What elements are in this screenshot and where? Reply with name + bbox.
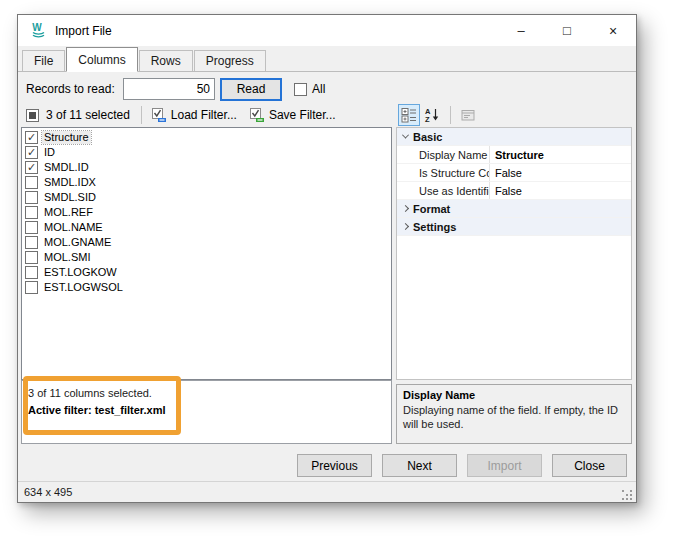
property-value[interactable]: False bbox=[489, 182, 631, 199]
column-label: MOL.REF bbox=[42, 206, 95, 219]
column-label: MOL.GNAME bbox=[42, 236, 113, 249]
import-button[interactable]: Import bbox=[467, 454, 542, 477]
import-file-dialog: W Import File – □ × File Columns Rows Pr… bbox=[17, 14, 637, 503]
property-label: Is Structure Colu bbox=[413, 167, 489, 179]
close-button[interactable]: Close bbox=[552, 454, 627, 477]
next-button[interactable]: Next bbox=[382, 454, 457, 477]
chevron-right-icon[interactable] bbox=[397, 224, 413, 229]
window-controls: – □ × bbox=[498, 15, 636, 46]
columns-selected-text: 3 of 11 columns selected. bbox=[28, 387, 385, 399]
column-label: SMDL.IDX bbox=[42, 176, 98, 189]
category-row-settings[interactable]: Settings bbox=[397, 218, 631, 236]
category-label: Format bbox=[413, 203, 450, 215]
property-value[interactable]: Structure bbox=[489, 146, 631, 163]
load-filter-icon bbox=[151, 107, 167, 123]
column-checkbox[interactable] bbox=[25, 221, 38, 234]
records-to-read-label: Records to read: bbox=[26, 82, 123, 96]
column-checkbox[interactable] bbox=[25, 281, 38, 294]
property-row-use-as-identifier[interactable]: Use as Identifier False bbox=[397, 182, 631, 200]
column-label: SMDL.ID bbox=[42, 161, 91, 174]
description-text: Displaying name of the field. If empty, … bbox=[403, 403, 625, 431]
categorized-icon bbox=[401, 107, 417, 123]
category-label: Basic bbox=[413, 131, 442, 143]
column-row[interactable]: ✓SMDL.ID bbox=[25, 160, 391, 175]
column-label: EST.LOGWSOL bbox=[42, 281, 125, 294]
titlebar: W Import File – □ × bbox=[18, 15, 636, 46]
categorized-view-button[interactable] bbox=[398, 104, 420, 126]
previous-button[interactable]: Previous bbox=[297, 454, 372, 477]
toolbar-separator bbox=[141, 106, 142, 124]
property-row-display-name[interactable]: Display Name Structure bbox=[397, 146, 631, 164]
chevron-right-icon[interactable] bbox=[397, 206, 413, 211]
save-filter-label: Save Filter... bbox=[269, 108, 336, 122]
window-title: Import File bbox=[55, 24, 112, 38]
column-row[interactable]: SMDL.IDX bbox=[25, 175, 391, 190]
column-checkbox[interactable] bbox=[25, 236, 38, 249]
column-label: SMDL.SID bbox=[42, 191, 98, 204]
property-grid-toolbar: A Z bbox=[398, 103, 480, 127]
column-checkbox[interactable] bbox=[25, 191, 38, 204]
column-checkbox[interactable]: ✓ bbox=[25, 161, 38, 174]
column-row[interactable]: MOL.NAME bbox=[25, 220, 391, 235]
column-checkbox[interactable] bbox=[25, 176, 38, 189]
maximize-button[interactable]: □ bbox=[544, 15, 590, 46]
size-indicator: 634 x 495 bbox=[24, 486, 72, 498]
column-checkbox[interactable]: ✓ bbox=[25, 131, 38, 144]
save-filter-button[interactable]: Save Filter... bbox=[249, 107, 336, 123]
category-row-basic[interactable]: Basic bbox=[397, 128, 631, 146]
property-grid: Basic Display Name Structure Is Structur… bbox=[396, 127, 632, 380]
filter-toolbar: 3 of 11 selected Load Filter... Save Fil… bbox=[26, 104, 348, 126]
column-label: EST.LOGKOW bbox=[42, 266, 119, 279]
save-filter-icon bbox=[249, 107, 265, 123]
tab-rows[interactable]: Rows bbox=[139, 50, 193, 71]
column-row[interactable]: SMDL.SID bbox=[25, 190, 391, 205]
selection-info-panel: 3 of 11 columns selected. Active filter:… bbox=[21, 380, 392, 444]
property-label: Display Name bbox=[413, 149, 489, 161]
tab-file[interactable]: File bbox=[22, 50, 65, 71]
alphabetical-sort-button[interactable]: A Z bbox=[421, 104, 443, 126]
read-button[interactable]: Read bbox=[220, 78, 282, 101]
all-checkbox[interactable] bbox=[294, 83, 307, 96]
close-icon[interactable]: × bbox=[590, 15, 636, 46]
column-row[interactable]: ✓Structure bbox=[25, 130, 391, 145]
records-row: Records to read: Read All bbox=[26, 77, 325, 101]
all-checkbox-label: All bbox=[312, 82, 325, 96]
column-checkbox[interactable]: ✓ bbox=[25, 146, 38, 159]
svg-text:Z: Z bbox=[425, 115, 430, 123]
property-row-is-structure-column[interactable]: Is Structure Colu False bbox=[397, 164, 631, 182]
column-row[interactable]: ✓ID bbox=[25, 145, 391, 160]
resize-grip-icon[interactable] bbox=[622, 490, 634, 502]
column-checkbox[interactable] bbox=[25, 266, 38, 279]
column-row[interactable]: MOL.SMI bbox=[25, 250, 391, 265]
property-pages-button bbox=[457, 104, 479, 126]
minimize-button[interactable]: – bbox=[498, 15, 544, 46]
column-row[interactable]: EST.LOGKOW bbox=[25, 265, 391, 280]
column-checkbox[interactable] bbox=[25, 206, 38, 219]
column-row[interactable]: MOL.GNAME bbox=[25, 235, 391, 250]
app-icon: W bbox=[30, 22, 47, 39]
active-filter-text: Active filter: test_filter.xml bbox=[28, 404, 385, 416]
select-all-checkbox[interactable] bbox=[26, 109, 39, 122]
column-label: MOL.SMI bbox=[42, 251, 92, 264]
columns-list[interactable]: ✓Structure✓ID✓SMDL.IDSMDL.IDXSMDL.SIDMOL… bbox=[21, 127, 392, 380]
tab-progress[interactable]: Progress bbox=[194, 50, 266, 71]
description-title: Display Name bbox=[403, 389, 625, 401]
dialog-buttons: Previous Next Import Close bbox=[297, 454, 627, 477]
property-value[interactable]: False bbox=[489, 164, 631, 181]
chevron-down-icon[interactable] bbox=[397, 134, 413, 139]
column-label: MOL.NAME bbox=[42, 221, 105, 234]
column-row[interactable]: EST.LOGWSOL bbox=[25, 280, 391, 295]
column-label: Structure bbox=[42, 131, 91, 144]
svg-text:W: W bbox=[32, 22, 42, 33]
load-filter-button[interactable]: Load Filter... bbox=[151, 107, 237, 123]
column-checkbox[interactable] bbox=[25, 251, 38, 264]
column-row[interactable]: MOL.REF bbox=[25, 205, 391, 220]
tabstrip: File Columns Rows Progress bbox=[18, 46, 636, 72]
records-to-read-input[interactable] bbox=[123, 78, 215, 100]
category-row-format[interactable]: Format bbox=[397, 200, 631, 218]
category-label: Settings bbox=[413, 221, 456, 233]
column-label: ID bbox=[42, 146, 57, 159]
tab-columns[interactable]: Columns bbox=[66, 47, 137, 72]
property-description-panel: Display Name Displaying name of the fiel… bbox=[396, 384, 632, 444]
property-pages-icon bbox=[460, 107, 476, 123]
